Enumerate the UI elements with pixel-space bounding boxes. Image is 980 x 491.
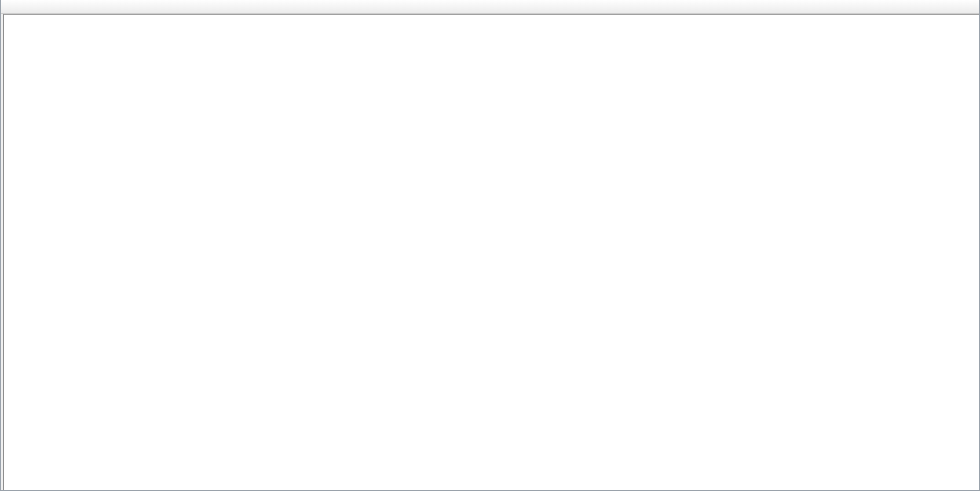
- rsi-indicator-label: [6, 427, 8, 434]
- macd-indicator-label: [6, 368, 8, 374]
- main-toolbar: [0, 0, 980, 14]
